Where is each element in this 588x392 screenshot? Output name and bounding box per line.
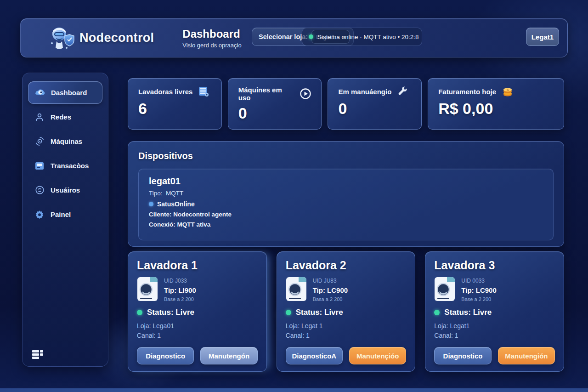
sidebar-item-label: Transacòos xyxy=(51,162,89,170)
device-card: legat01 Tipo: MQTT SatusOnline Cliente: … xyxy=(138,169,554,240)
account-button[interactable]: Legat1 xyxy=(526,28,559,46)
machine-meta: Loja: Legat1 Canal: 1 xyxy=(434,321,555,341)
robot-mascot-icon xyxy=(48,25,75,51)
bottom-strip xyxy=(0,388,588,392)
diagnostico-button[interactable]: Diagnostico xyxy=(137,347,194,364)
machine-loja: Loja: Legat1 xyxy=(434,321,555,331)
free-status-dot xyxy=(286,310,291,315)
machine-uid: UID J033 xyxy=(164,278,196,284)
system-status-text: Sistema online · MQTT ativo • 20:2:8 xyxy=(317,34,419,40)
machine-base: Basa a 2 200 xyxy=(313,296,348,302)
machine-loja: Loja: Lega01 xyxy=(137,321,258,331)
device-type-value: MQTT xyxy=(166,190,183,197)
app-window: Nodecontrol Dashboard Visio gerd ds opra… xyxy=(0,0,588,392)
device-connection: Conexió: MQTT ativa xyxy=(149,221,543,228)
machine-title: Lavadora 2 xyxy=(286,259,407,272)
sidebar-item-redes[interactable]: Redes xyxy=(28,106,102,128)
machine-card-lavadora-2: Lavadora 2 UID JU83 Tip: LC900 Basa xyxy=(277,251,416,372)
brand: Nodecontrol xyxy=(48,25,154,51)
diagnostico-button[interactable]: DiagnosticoA xyxy=(286,347,343,364)
stat-value: R$ 0,00 xyxy=(438,100,554,118)
machine-title: Lavadora 3 xyxy=(434,259,555,272)
stat-card-faturamento: Faturamento hoje S R$ 0,00 xyxy=(428,78,564,130)
machine-canal: Canal: 1 xyxy=(434,331,555,341)
machine-card-lavadora-1: Lavadora 1 UID J033 Tip: LI900 Base xyxy=(128,251,267,372)
washing-machine-icon xyxy=(137,277,158,301)
washer-icon xyxy=(198,86,209,97)
sidebar-item-dashboard[interactable]: Dashboard xyxy=(28,81,102,104)
free-status-dot xyxy=(137,310,142,315)
online-status-dot xyxy=(309,34,313,39)
dashboard-icon xyxy=(35,88,45,98)
manutencao-button[interactable]: Manutengón xyxy=(200,347,257,364)
sidebar-item-label: Usuáiros xyxy=(51,186,80,194)
stats-row: Lavadoras livres 6 Máquines em uso xyxy=(128,78,564,130)
machine-card-lavadora-3: Lavadora 3 UID 0033 Tip: LC900 Base xyxy=(425,251,564,372)
device-client: Cliente: Nodecontrol agente xyxy=(149,211,543,218)
machine-status-text: Status: Livre xyxy=(147,308,194,317)
sidebar-item-transacoes[interactable]: Transacòos xyxy=(28,154,102,177)
stat-label: Lavadoras livres xyxy=(138,88,192,96)
device-status-dot xyxy=(149,202,153,206)
devices-title: Dispositivos xyxy=(138,151,554,161)
sidebar: Dashboard Redes Máquinas xyxy=(22,73,108,367)
machine-status-text: Status: Livre xyxy=(296,308,343,317)
machine-status-text: Status: Livre xyxy=(444,308,492,317)
machine-model: Tip: LC900 xyxy=(461,286,496,294)
machine-model: Tip: LI900 xyxy=(164,286,196,294)
stat-card-lavadoras-livres: Lavadoras livres 6 xyxy=(128,78,222,130)
machines-row: Lavadora 1 UID J033 Tip: LI900 Base xyxy=(128,251,564,367)
sidebar-item-usuarios[interactable]: Usuáiros xyxy=(28,179,102,201)
stat-label: Faturamento hoje xyxy=(438,88,496,96)
user-icon xyxy=(34,112,45,122)
coins-icon: S xyxy=(502,86,514,97)
wrench-icon xyxy=(397,86,408,97)
machine-canal: Canal: 1 xyxy=(286,331,407,341)
machine-status: Status: Livre xyxy=(434,308,555,317)
sidebar-item-label: Painel xyxy=(51,210,71,218)
device-type-label: Tipo: xyxy=(149,190,163,197)
machine-base: Base a 2 200 xyxy=(164,296,196,302)
sidebar-item-maquinas[interactable]: Máquinas xyxy=(28,130,102,153)
page-title: Dashboard xyxy=(182,28,241,40)
device-status: SatusOnline xyxy=(149,200,543,208)
machine-status: Status: Livre xyxy=(137,308,258,317)
machine-base: Base a 2 200 xyxy=(461,296,496,302)
stat-value: 0 xyxy=(238,104,311,122)
manutencao-button[interactable]: Manutengión xyxy=(498,347,555,364)
machine-meta: Loja: Legat 1 Canal: 1 xyxy=(286,321,407,341)
page-title-block: Dashboard Visio gerd ds opraaçio xyxy=(182,28,241,49)
page-subtitle: Visio gerd ds opraaçio xyxy=(182,42,241,49)
store-selector-label: Selecionar loja: xyxy=(259,33,308,40)
grid-view-icon[interactable] xyxy=(32,350,44,360)
sidebar-item-painel[interactable]: Painel xyxy=(28,203,102,226)
devices-panel: Dispositivos legat01 Tipo: MQTT SatusOnl… xyxy=(128,141,564,247)
stat-label: Em manuáengio xyxy=(338,88,391,96)
washing-machine-icon xyxy=(434,277,455,301)
transactions-icon xyxy=(34,161,45,171)
play-icon xyxy=(300,88,311,99)
svg-text:S: S xyxy=(507,88,509,91)
machine-title: Lavadora 1 xyxy=(137,259,258,272)
sidebar-item-label: Redes xyxy=(51,113,71,121)
machine-uid: UID JU83 xyxy=(313,278,348,284)
header-bar: Nodecontrol Dashboard Visio gerd ds opra… xyxy=(20,18,568,57)
device-type: Tipo: MQTT xyxy=(149,190,543,197)
stat-label: Máquines em uso xyxy=(238,86,295,102)
users-icon xyxy=(34,185,45,195)
manutencao-button[interactable]: Manutençióo xyxy=(349,347,406,364)
machine-status: Status: Livre xyxy=(286,308,407,317)
diagnostico-button[interactable]: Diagnostico xyxy=(434,347,491,364)
sidebar-item-label: Máquinas xyxy=(51,137,82,145)
device-status-text: SatusOnline xyxy=(157,200,195,208)
gear-icon xyxy=(34,210,45,220)
stat-card-em-manutencao: Em manuáengio 0 xyxy=(328,78,422,130)
machine-uid: UID 0033 xyxy=(461,278,496,284)
device-name: legat01 xyxy=(149,176,543,187)
machine-canal: Canal: 1 xyxy=(137,331,258,341)
machine-model: Tip: LC900 xyxy=(313,286,348,294)
stat-value: 6 xyxy=(138,100,211,118)
sidebar-item-label: Dashboard xyxy=(51,89,87,97)
machine-loja: Loja: Legat 1 xyxy=(286,321,407,331)
stat-card-maquinas-em-uso: Máquines em uso 0 xyxy=(228,78,322,130)
